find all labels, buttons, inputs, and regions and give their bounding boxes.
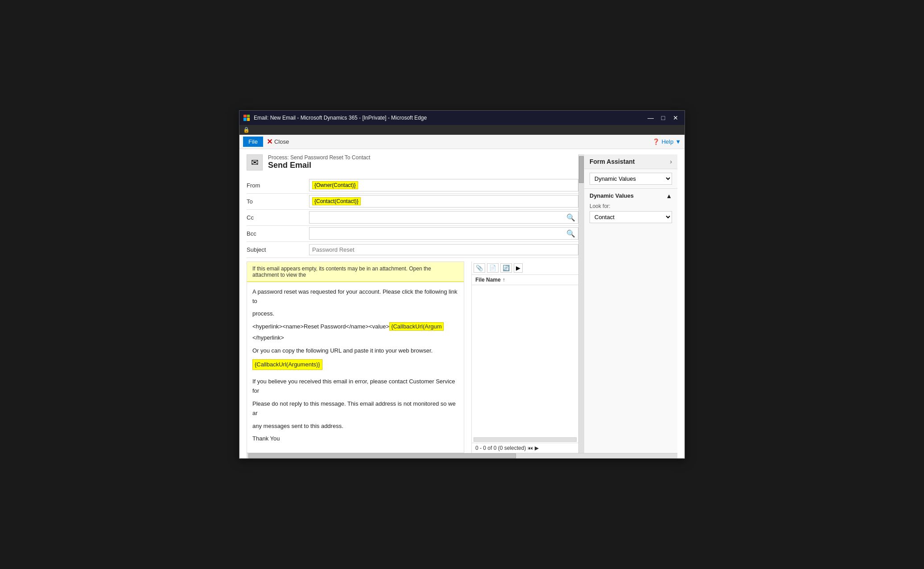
email-body-outer: If this email appears empty, its content… xyxy=(247,262,578,453)
cc-row: Cc 🔍 xyxy=(247,210,578,226)
pagination-text: 0 - 0 of 0 (0 selected) xyxy=(475,445,526,451)
file-name-label: File Name xyxy=(475,277,501,283)
email-line-5: Please do not reply to this message. Thi… xyxy=(252,399,458,418)
dynamic-values-section-title: Dynamic Values xyxy=(590,192,634,199)
bcc-token-field[interactable]: 🔍 xyxy=(309,227,578,240)
attachment-panel: 📎 📄 🔄 ▶ File Name ↑ xyxy=(471,262,578,453)
lock-icon: 🔒 xyxy=(243,127,250,133)
page-title: Send Email xyxy=(268,161,370,170)
email-body[interactable]: A password reset was requested for your … xyxy=(247,282,464,453)
file-name-column-header: File Name ↑ xyxy=(472,275,578,285)
form-assistant-title: Form Assistant xyxy=(590,158,635,165)
to-token-field[interactable]: {Contact(Contact)} xyxy=(309,195,578,208)
minimize-button[interactable]: — xyxy=(645,113,656,122)
window-title: Email: New Email - Microsoft Dynamics 36… xyxy=(254,115,645,121)
help-button[interactable]: ❓ Help ▼ xyxy=(652,138,681,145)
cc-token-field[interactable]: 🔍 xyxy=(309,211,578,224)
from-label: From xyxy=(247,179,309,191)
bcc-label: Bcc xyxy=(247,228,309,240)
dynamic-values-section-header: Dynamic Values ▲ xyxy=(590,192,672,199)
hyperlink-end-line: </hyperlink> xyxy=(252,333,458,343)
bcc-row: Bcc 🔍 xyxy=(247,226,578,242)
horizontal-scrollbar[interactable] xyxy=(247,453,677,458)
form-assistant-panel: Form Assistant › Dynamic Values Static V… xyxy=(584,154,677,453)
warning-text: If this email appears empty, its content… xyxy=(252,266,431,278)
window-close-button[interactable]: ✕ xyxy=(670,113,681,122)
close-icon: ✕ xyxy=(267,137,272,146)
dynamic-values-dropdown[interactable]: Dynamic Values Static Values xyxy=(590,173,672,185)
subject-row: Subject xyxy=(247,242,578,258)
main-panel: ✉ Process: Send Password Reset To Contac… xyxy=(247,154,578,453)
form-area: From {Owner(Contact)} To xyxy=(247,178,578,258)
form-assistant-dropdown-container: Dynamic Values Static Values xyxy=(584,169,677,189)
window-controls: — □ ✕ xyxy=(645,113,681,122)
attachment-scrollbar[interactable] xyxy=(474,437,577,442)
content-area: ✉ Process: Send Password Reset To Contac… xyxy=(239,149,685,458)
from-token: {Owner(Contact)} xyxy=(312,181,358,189)
page-header: ✉ Process: Send Password Reset To Contac… xyxy=(247,154,578,170)
maximize-button[interactable]: □ xyxy=(658,113,668,122)
subject-field xyxy=(309,244,578,255)
help-chevron-icon: ▼ xyxy=(675,138,681,145)
vertical-scrollbar[interactable] xyxy=(578,154,584,453)
from-field: {Owner(Contact)} xyxy=(309,179,578,191)
email-line-3: Or you can copy the following URL and pa… xyxy=(252,346,458,356)
email-line-7: Thank You xyxy=(252,434,458,444)
envelope-icon: ✉ xyxy=(251,157,259,168)
main-window: Email: New Email - Microsoft Dynamics 36… xyxy=(239,110,685,459)
to-row: To {Contact(Contact)} xyxy=(247,194,578,210)
attachment-toolbar: 📎 📄 🔄 ▶ xyxy=(472,262,578,275)
email-line-4: If you believe you received this email i… xyxy=(252,377,458,396)
att-refresh-button[interactable]: 🔄 xyxy=(500,263,512,273)
attachment-list xyxy=(472,285,578,436)
attachment-pagination: 0 - 0 of 0 (0 selected) ⏮ ▶ xyxy=(472,443,578,453)
callback-token-standalone: {CallbackUrl(Arguments)} xyxy=(252,359,322,370)
bcc-lookup-icon[interactable]: 🔍 xyxy=(566,229,575,238)
pagination-icon[interactable]: ⏮ xyxy=(528,445,533,451)
look-for-label: Look for: xyxy=(590,203,672,209)
email-line-6: any messages sent to this address. xyxy=(252,422,458,431)
subject-label: Subject xyxy=(247,244,309,256)
scrollbar-thumb[interactable] xyxy=(579,156,584,183)
to-token: {Contact(Contact)} xyxy=(312,197,361,205)
hyperlink-line: <hyperlink><name>Reset Password</name><v… xyxy=(252,322,458,332)
email-line-2: process. xyxy=(252,309,458,319)
email-line-1: A password reset was requested for your … xyxy=(252,287,458,306)
close-label: Close xyxy=(274,138,289,145)
help-label: Help xyxy=(661,138,673,145)
address-bar: 🔒 xyxy=(239,125,685,135)
header-text: Process: Send Password Reset To Contact … xyxy=(268,154,370,170)
form-assistant-header: Form Assistant › xyxy=(584,154,677,169)
send-email-icon: ✉ xyxy=(247,154,263,170)
app-toolbar: File ✕ Close ❓ Help ▼ xyxy=(239,135,685,149)
horizontal-scrollbar-thumb[interactable] xyxy=(248,453,516,458)
sort-icon: ↑ xyxy=(503,277,505,283)
process-label: Process: Send Password Reset To Contact xyxy=(268,154,370,161)
bcc-field: 🔍 xyxy=(309,227,578,240)
callback-token-inline: {CallbackUrl(Argum xyxy=(389,322,443,331)
cc-lookup-icon[interactable]: 🔍 xyxy=(566,213,575,222)
help-icon: ❓ xyxy=(652,138,660,145)
from-token-field[interactable]: {Owner(Contact)} xyxy=(309,179,578,191)
app-icon xyxy=(243,114,250,121)
email-body-wrapper: If this email appears empty, its content… xyxy=(247,258,578,453)
file-button[interactable]: File xyxy=(243,137,263,147)
dynamic-values-section: Dynamic Values ▲ Look for: Contact Owner xyxy=(584,189,677,227)
att-edit-button[interactable]: 📄 xyxy=(487,263,499,273)
warning-bar: If this email appears empty, its content… xyxy=(247,262,464,282)
to-field: {Contact(Contact)} xyxy=(309,195,578,208)
pagination-next-icon[interactable]: ▶ xyxy=(535,445,539,451)
att-add-button[interactable]: 📎 xyxy=(474,263,485,273)
cc-label: Cc xyxy=(247,212,309,224)
section-collapse-icon[interactable]: ▲ xyxy=(666,192,672,199)
look-for-dropdown[interactable]: Contact Owner xyxy=(590,211,672,223)
to-label: To xyxy=(247,195,309,208)
title-bar: Email: New Email - Microsoft Dynamics 36… xyxy=(239,111,685,125)
att-delete-button[interactable]: ▶ xyxy=(514,263,523,273)
subject-input[interactable] xyxy=(309,244,578,255)
from-row: From {Owner(Contact)} xyxy=(247,178,578,194)
form-assistant-collapse-icon[interactable]: › xyxy=(670,158,672,165)
close-button[interactable]: ✕ Close xyxy=(267,137,289,146)
cc-field: 🔍 xyxy=(309,211,578,224)
